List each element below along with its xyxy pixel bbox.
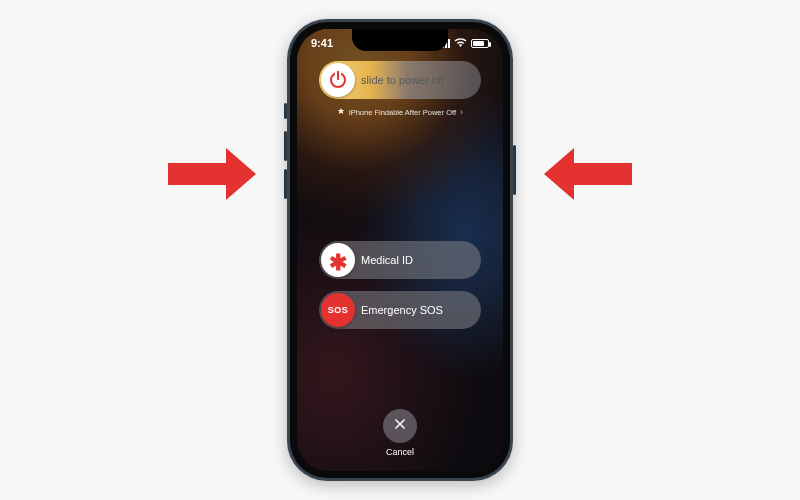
- chevron-right-icon: ›: [460, 107, 463, 117]
- medical-asterisk-icon: ✱: [329, 252, 347, 274]
- battery-icon: [471, 39, 489, 48]
- sos-icon-text: SOS: [328, 305, 349, 315]
- emergency-sos-slider[interactable]: SOS Emergency SOS: [319, 291, 481, 329]
- emergency-sos-knob[interactable]: SOS: [321, 293, 355, 327]
- power-off-label: slide to power off: [361, 74, 444, 86]
- findable-link[interactable]: iPhone Findable After Power Off ›: [337, 107, 463, 117]
- cancel-button[interactable]: [383, 409, 417, 443]
- arrow-right: [544, 148, 632, 200]
- power-off-slider[interactable]: slide to power off: [319, 61, 481, 99]
- status-time: 9:41: [311, 37, 333, 49]
- silent-switch[interactable]: [284, 103, 287, 119]
- close-icon: [393, 417, 407, 435]
- power-off-knob[interactable]: [321, 63, 355, 97]
- arrow-left: [168, 148, 256, 200]
- medical-id-slider[interactable]: ✱ Medical ID: [319, 241, 481, 279]
- wifi-icon: [454, 37, 467, 49]
- power-icon: [330, 72, 346, 88]
- screen: 9:41 slide to power off iPhone Fi: [297, 29, 503, 471]
- iphone-device-frame: 9:41 slide to power off iPhone Fi: [287, 19, 513, 481]
- medical-id-label: Medical ID: [361, 254, 413, 266]
- cancel-label: Cancel: [386, 447, 414, 457]
- volume-up-button[interactable]: [284, 131, 287, 161]
- medical-id-knob[interactable]: ✱: [321, 243, 355, 277]
- notch: [352, 29, 448, 51]
- findable-text: iPhone Findable After Power Off: [349, 108, 456, 117]
- side-power-button[interactable]: [513, 145, 516, 195]
- emergency-sos-label: Emergency SOS: [361, 304, 443, 316]
- volume-down-button[interactable]: [284, 169, 287, 199]
- location-icon: [337, 107, 345, 117]
